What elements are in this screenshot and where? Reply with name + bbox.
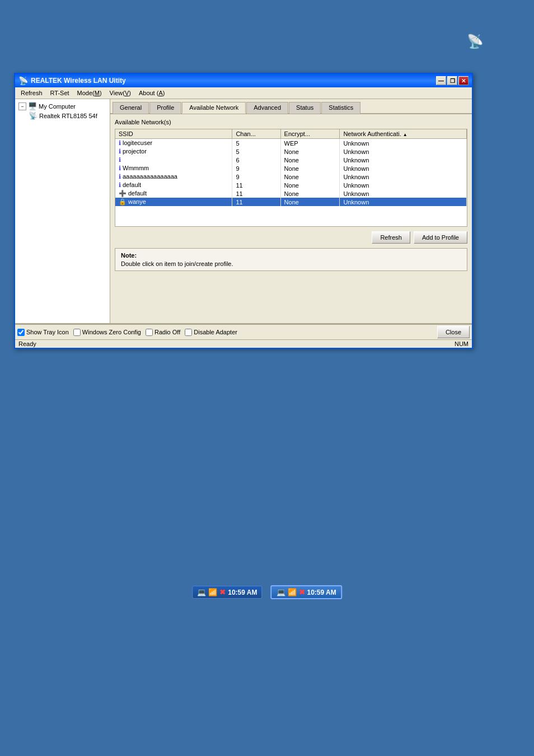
cell-encrypt-6: None [280, 189, 340, 198]
tab-profile[interactable]: Profile [149, 102, 181, 114]
cell-auth-1: Unknown [340, 147, 467, 156]
titlebar-title: REALTEK Wireless LAN Uitity [31, 77, 126, 85]
taskbar-tray: 💻 📶 ✖ 10:59 AM 💻 📶 ✖ 10:59 AM [192, 585, 342, 599]
cell-auth-0: Unknown [340, 139, 467, 148]
titlebar-buttons: — ❐ ✕ [436, 76, 469, 85]
tab-general[interactable]: General [113, 102, 149, 114]
taskbar-time-1: 10:59 AM [228, 589, 257, 596]
tab-status[interactable]: Status [289, 102, 321, 114]
cell-channel-7: 11 [232, 198, 280, 206]
desktop: 📡 📡 REALTEK Wireless LAN Uitity — ❐ ✕ Re… [0, 0, 534, 756]
table-row[interactable]: ℹprojector 5 None Unknown [115, 147, 467, 156]
checkbox-disable-adapter[interactable]: Disable Adapter [185, 329, 237, 336]
note-label: Note: [121, 252, 461, 259]
restore-button[interactable]: ❐ [447, 76, 457, 85]
content-area: − 🖥️ My Computer 📡 Realtek RTL8185 54f G… [15, 99, 472, 324]
minimize-button[interactable]: — [436, 76, 446, 85]
col-encrypt: Encrypt... [280, 129, 340, 139]
cell-encrypt-7: None [280, 198, 340, 206]
titlebar-app-icon: 📡 [18, 76, 28, 85]
cell-channel-2: 6 [232, 156, 280, 164]
tab-statistics[interactable]: Statistics [321, 102, 360, 114]
tray-icon-monitor-1: 💻 [197, 588, 206, 596]
refresh-button[interactable]: Refresh [372, 231, 410, 244]
disable-adapter-label: Disable Adapter [194, 329, 237, 335]
cell-ssid-2: ℹ [115, 156, 232, 164]
table-row[interactable]: 🔒wanye 11 None Unknown [115, 198, 467, 206]
menu-rtset[interactable]: RT-Set [47, 88, 73, 97]
radio-off-checkbox[interactable] [146, 329, 153, 336]
menu-about[interactable]: About (A) [135, 88, 168, 97]
cell-channel-6: 11 [232, 189, 280, 198]
tray-icon-monitor-2: 💻 [277, 588, 285, 596]
cell-ssid-5: ℹdefault [115, 181, 232, 189]
col-auth: Network Authenticati. ▲ [340, 129, 467, 139]
close-button[interactable]: Close [437, 326, 470, 338]
show-tray-label: Show Tray Icon [26, 329, 69, 335]
available-network-title: Available Network(s) [115, 119, 467, 125]
table-row[interactable]: ℹWmmmm 9 None Unknown [115, 164, 467, 172]
menu-view[interactable]: View(V) [106, 88, 134, 97]
action-buttons-row: Refresh Add to Profile [115, 231, 467, 244]
cell-encrypt-2: None [280, 156, 340, 164]
cell-encrypt-4: None [280, 172, 340, 181]
checkbox-windows-zero[interactable]: Windows Zero Config [73, 329, 141, 336]
cell-encrypt-3: None [280, 164, 340, 172]
tree-root[interactable]: − 🖥️ My Computer [17, 101, 107, 111]
disable-adapter-checkbox[interactable] [185, 329, 192, 336]
cell-auth-7: Unknown [340, 198, 467, 206]
status-ready: Ready [18, 340, 36, 347]
tray-icon-close-2: ✖ [299, 588, 305, 596]
desktop-wireless-icon: 📡 [467, 34, 484, 49]
tree-adapter[interactable]: 📡 Realtek RTL8185 54f [27, 111, 107, 120]
note-section: Note: Double click on item to join/creat… [115, 248, 467, 271]
tab-advanced[interactable]: Advanced [246, 102, 288, 114]
taskbar-item-1[interactable]: 💻 📶 ✖ 10:59 AM [192, 586, 262, 599]
cell-auth-3: Unknown [340, 164, 467, 172]
network-table: SSID Chan... Encrypt... Network Authenti… [115, 129, 467, 206]
cell-ssid-7: 🔒wanye [115, 198, 232, 206]
cell-channel-1: 5 [232, 147, 280, 156]
cell-ssid-3: ℹWmmmm [115, 164, 232, 172]
tree-child-container: 📡 Realtek RTL8185 54f [27, 111, 107, 120]
taskbar-time-2: 10:59 AM [307, 589, 336, 596]
menu-refresh[interactable]: Refresh [17, 88, 46, 97]
table-row[interactable]: ℹ 6 None Unknown [115, 156, 467, 164]
note-text: Double click on item to join/create prof… [121, 260, 461, 267]
cell-encrypt-1: None [280, 147, 340, 156]
main-window: 📡 REALTEK Wireless LAN Uitity — ❐ ✕ Refr… [14, 73, 473, 349]
table-row[interactable]: ℹaaaaaaaaaaaaaaaa 9 None Unknown [115, 172, 467, 181]
network-table-container[interactable]: SSID Chan... Encrypt... Network Authenti… [115, 129, 467, 227]
statusbar-bottom: Ready NUM [15, 339, 472, 348]
windows-zero-checkbox[interactable] [73, 329, 81, 336]
menu-mode[interactable]: Mode(M) [74, 88, 105, 97]
cell-auth-6: Unknown [340, 189, 467, 198]
radio-off-label: Radio Off [154, 329, 180, 335]
adapter-icon: 📡 [29, 111, 38, 120]
cell-channel-3: 9 [232, 164, 280, 172]
close-window-button[interactable]: ✕ [458, 76, 469, 85]
cell-encrypt-0: WEP [280, 139, 340, 148]
cell-ssid-4: ℹaaaaaaaaaaaaaaaa [115, 172, 232, 181]
statusbar-left: Show Tray Icon Windows Zero Config Radio… [17, 326, 237, 338]
cell-ssid-0: ℹlogitecuser [115, 139, 232, 148]
table-row[interactable]: ℹlogitecuser 5 WEP Unknown [115, 139, 467, 148]
show-tray-checkbox[interactable] [17, 329, 25, 336]
tab-available-network[interactable]: Available Network [182, 102, 246, 114]
table-row[interactable]: ➕default 11 None Unknown [115, 189, 467, 198]
checkbox-show-tray[interactable]: Show Tray Icon [17, 329, 69, 336]
titlebar: 📡 REALTEK Wireless LAN Uitity — ❐ ✕ [15, 74, 472, 87]
tray-icon-signal-2: 📶 [288, 588, 297, 596]
sidebar: − 🖥️ My Computer 📡 Realtek RTL8185 54f [15, 99, 110, 323]
titlebar-left: 📡 REALTEK Wireless LAN Uitity [18, 76, 126, 85]
table-header-row: SSID Chan... Encrypt... Network Authenti… [115, 129, 467, 139]
menubar: Refresh RT-Set Mode(M) View(V) About (A) [15, 87, 472, 99]
checkbox-radio-off[interactable]: Radio Off [146, 329, 180, 336]
right-panel: General Profile Available Network Advanc… [110, 99, 472, 323]
table-row[interactable]: ℹdefault 11 None Unknown [115, 181, 467, 189]
cell-auth-2: Unknown [340, 156, 467, 164]
taskbar-item-2[interactable]: 💻 📶 ✖ 10:59 AM [271, 585, 342, 599]
add-to-profile-button[interactable]: Add to Profile [414, 231, 467, 244]
tree-expand-icon[interactable]: − [18, 102, 26, 110]
status-num: NUM [455, 340, 469, 347]
